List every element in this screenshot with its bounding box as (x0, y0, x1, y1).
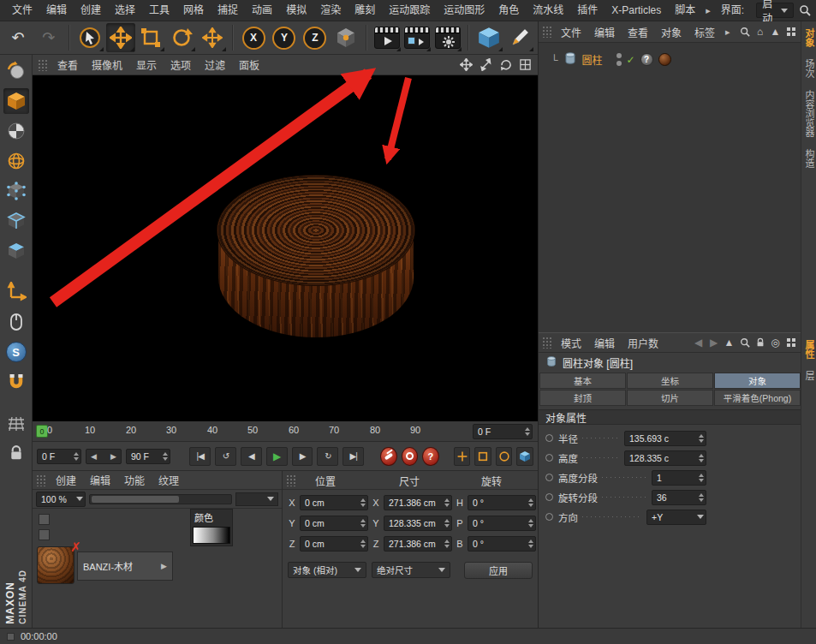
panel-grip-icon[interactable] (286, 474, 296, 486)
am-menu-userdata[interactable]: 用户数 (622, 336, 664, 350)
material-expand-icon[interactable]: ▶ (161, 562, 167, 570)
radius-field[interactable]: 135.693 c (624, 431, 706, 446)
side-tab-layers[interactable]: 层 (802, 367, 815, 384)
nav-forward-icon[interactable]: ▶ (706, 336, 721, 350)
tab-basic[interactable]: 基本 (539, 373, 626, 389)
keyframe-selection-button[interactable]: ? (422, 447, 439, 466)
spinner[interactable] (444, 519, 450, 528)
menu-file[interactable]: 文件 (5, 0, 39, 21)
object-properties-header[interactable]: 对象属性 (539, 409, 801, 425)
material-zoom-dropdown[interactable]: 100 % (36, 492, 86, 507)
menu-animate[interactable]: 动画 (245, 0, 279, 21)
render-settings-button[interactable] (433, 23, 462, 52)
side-tab-takes[interactable]: 场次 (802, 56, 815, 81)
go-to-start-button[interactable]: |◀ (189, 447, 211, 466)
menu-simulate[interactable]: 模拟 (279, 0, 313, 21)
tab-coordinates[interactable]: 坐标 (627, 373, 713, 389)
menu-edit[interactable]: 编辑 (39, 0, 74, 21)
render-to-picture-viewer-button[interactable] (403, 23, 432, 52)
target-icon[interactable]: ◎ (768, 336, 783, 350)
side-tab-objects[interactable]: 对象 (802, 25, 815, 51)
start-frame-field[interactable]: 0 F (37, 449, 81, 464)
range-right-icon[interactable]: ▶ (110, 452, 116, 461)
polygons-mode-icon[interactable] (3, 238, 29, 264)
menu-script[interactable]: 脚本 (668, 0, 702, 21)
material-tag-icon[interactable] (658, 53, 671, 66)
next-key-button[interactable]: ↻ (317, 447, 338, 466)
size-z-field[interactable]: 271.386 cm (384, 536, 452, 552)
position-y-field[interactable]: 0 cm (300, 516, 368, 531)
om-menu-objects[interactable]: 对象 (655, 25, 688, 39)
panel-grip-icon[interactable] (36, 474, 46, 486)
object-name[interactable]: 圆柱 (582, 52, 603, 67)
spinner[interactable] (360, 519, 366, 528)
spinner[interactable] (360, 498, 366, 507)
size-y-field[interactable]: 128.335 cm (384, 516, 452, 531)
panel-grip-icon[interactable] (542, 337, 552, 349)
range-nav[interactable]: ◀ ▶ (86, 449, 122, 464)
transform-mode-dropdown[interactable]: 对象 (相对) (288, 562, 366, 578)
height-field[interactable]: 128.335 c (624, 450, 706, 466)
layout-grid-icon[interactable] (783, 25, 798, 39)
spinner[interactable] (360, 540, 366, 548)
rotation-p-field[interactable]: 0 ° (468, 516, 536, 531)
spinner[interactable] (444, 540, 450, 548)
lock-z-axis-button[interactable]: Z (301, 23, 330, 52)
record-rotation-toggle[interactable] (496, 447, 513, 466)
mat-menu-create[interactable]: 创建 (50, 473, 82, 487)
menu-select[interactable]: 选择 (108, 0, 142, 21)
workplane-mode-icon[interactable] (3, 148, 29, 174)
go-to-end-button[interactable]: ▶| (342, 447, 364, 466)
vp-menu-camera[interactable]: 摄像机 (86, 57, 128, 72)
rotation-h-field[interactable]: 0 ° (468, 495, 536, 510)
om-menu-file[interactable]: 文件 (555, 25, 587, 39)
enable-axis-icon[interactable] (3, 279, 29, 305)
viewport-solo-icon[interactable] (3, 309, 29, 335)
radius-anim-dot[interactable] (545, 434, 553, 442)
pen-spline-tool[interactable] (505, 23, 534, 52)
panel-grip-icon[interactable] (542, 26, 552, 38)
play-button[interactable]: ▶ (266, 447, 288, 466)
menu-mesh[interactable]: 网格 (176, 0, 211, 21)
lock-icon[interactable] (753, 336, 767, 350)
record-scale-toggle[interactable] (474, 447, 491, 466)
autokey-button[interactable] (402, 447, 419, 466)
material-name-box[interactable]: BANZI-木材 ▶ (77, 552, 173, 581)
material-scrollbar[interactable] (89, 494, 232, 504)
menu-xparticles[interactable]: X-Particles (605, 0, 668, 21)
scrollbar-thumb[interactable] (92, 496, 179, 503)
rotate-view-icon[interactable] (497, 57, 513, 73)
visibility-dots[interactable] (616, 53, 622, 66)
menu-pipeline[interactable]: 流水线 (526, 0, 570, 21)
menu-tools[interactable]: 工具 (142, 0, 176, 21)
tree-branch-icon[interactable]: └ (551, 54, 558, 66)
next-frame-button[interactable]: ▶ (292, 447, 313, 466)
rotation-segments-anim-dot[interactable] (545, 493, 553, 501)
vp-menu-panel[interactable]: 面板 (233, 57, 265, 72)
om-menu-tags[interactable]: 标签 (688, 25, 721, 39)
position-x-field[interactable]: 0 cm (300, 495, 368, 510)
current-frame-field[interactable]: 0 F (473, 424, 533, 439)
spinner[interactable] (528, 519, 533, 528)
live-selection-tool[interactable] (75, 23, 104, 52)
height-spinner[interactable] (699, 454, 704, 462)
rotation-segments-field[interactable]: 36 (652, 490, 706, 505)
add-primitive-cube-button[interactable] (474, 23, 503, 52)
vp-menu-view[interactable]: 查看 (51, 57, 84, 72)
menu-create[interactable]: 创建 (74, 0, 108, 21)
phong-tag-icon[interactable]: ? (640, 53, 653, 66)
interface-dropdown[interactable]: 启动 (756, 3, 794, 18)
menu-motion-tracker[interactable]: 运动跟踪 (382, 0, 437, 21)
size-mode-dropdown[interactable]: 绝对尺寸 (372, 562, 450, 578)
height-segments-anim-dot[interactable] (545, 474, 553, 481)
mat-menu-function[interactable]: 功能 (118, 473, 151, 487)
coordinate-system-button[interactable] (331, 23, 360, 52)
start-frame-spinner[interactable] (74, 452, 79, 461)
radius-spinner[interactable] (699, 434, 704, 443)
rotation-b-field[interactable]: 0 ° (468, 536, 536, 552)
previous-key-button[interactable]: ↺ (215, 447, 236, 466)
redo-button[interactable]: ↷ (34, 23, 63, 52)
spinner[interactable] (444, 498, 450, 507)
om-menu-view[interactable]: 查看 (622, 25, 654, 39)
layout-grid-icon[interactable] (783, 336, 798, 350)
